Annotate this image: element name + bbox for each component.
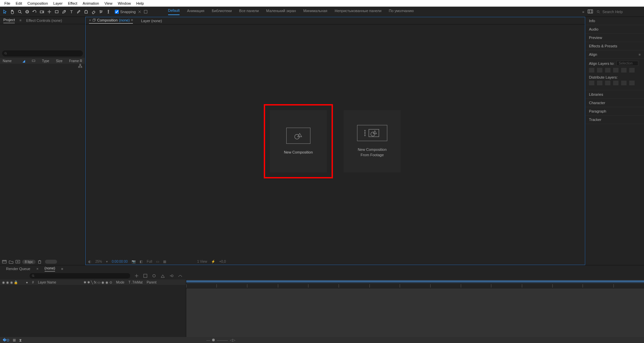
timeline-work-area[interactable] (186, 280, 644, 283)
align-hcenter-icon[interactable] (597, 68, 602, 73)
align-top-icon[interactable] (613, 68, 618, 73)
panel-paragraph[interactable]: Paragraph (586, 107, 644, 116)
timeline-search[interactable] (30, 273, 130, 278)
workspace-overflow-icon[interactable]: » (582, 10, 584, 14)
rotate-tool-icon[interactable] (31, 8, 38, 15)
menu-composition[interactable]: Composition (25, 1, 50, 6)
dist-right-icon[interactable] (605, 81, 610, 85)
align-panel-menu-icon[interactable]: ≡ (639, 53, 641, 56)
toggle-alpha-icon[interactable]: ◐ (88, 260, 91, 263)
col-frame[interactable]: Frame R (69, 59, 82, 63)
resolution-dropdown-icon[interactable]: ▾ (106, 260, 108, 263)
snapshot-icon[interactable]: 📷 (132, 260, 136, 263)
align-left-icon[interactable] (589, 68, 594, 73)
flowchart-icon[interactable] (78, 64, 82, 68)
timeline-tracks-area[interactable] (186, 289, 644, 337)
composition-panel-menu-icon[interactable]: ≡ (131, 18, 133, 22)
selection-tool-icon[interactable] (2, 8, 8, 15)
tab-timeline-none[interactable]: (none) (45, 266, 55, 271)
tab-project[interactable]: Project (3, 18, 15, 23)
fast-preview-icon[interactable]: ⚡ (211, 260, 215, 263)
project-items-area[interactable] (0, 69, 85, 258)
dist-bottom-icon[interactable] (629, 81, 635, 85)
col-label-icon[interactable] (32, 59, 35, 62)
pan-behind-tool-icon[interactable] (46, 8, 53, 15)
rectangle-tool-icon[interactable] (53, 8, 60, 15)
align-right-icon[interactable] (605, 68, 610, 73)
tl-col-layername[interactable]: Layer Name (38, 281, 56, 284)
dist-vcenter-icon[interactable] (621, 81, 627, 85)
tl-shy-icon[interactable] (152, 273, 156, 278)
interpret-footage-icon[interactable] (2, 260, 7, 264)
new-composition-card[interactable]: New Composition (270, 110, 327, 172)
project-slider[interactable] (45, 260, 57, 264)
tl-draft3d-icon[interactable] (143, 273, 148, 278)
workspace-all-panels[interactable]: Все панели (239, 9, 259, 15)
toggle-switches-icon[interactable]: �⊙ (3, 338, 9, 342)
menu-help[interactable]: Help (134, 1, 146, 6)
magnification[interactable]: 25% (95, 260, 102, 263)
hand-tool-icon[interactable] (9, 8, 16, 15)
tab-effect-controls[interactable]: Effect Controls (none) (26, 18, 62, 23)
col-tag-icon[interactable]: ◢ (22, 59, 25, 63)
col-type[interactable]: Type (42, 59, 49, 63)
workspace-default[interactable]: Default (168, 8, 180, 15)
new-folder-icon[interactable] (9, 260, 13, 264)
timecode[interactable]: 0:00:00:00 (112, 260, 128, 263)
menu-layer[interactable]: Layer (51, 1, 65, 6)
tab-layer[interactable]: Layer (none) (141, 19, 162, 23)
type-tool-icon[interactable] (68, 8, 75, 15)
align-bottom-icon[interactable] (629, 68, 635, 73)
align-vcenter-icon[interactable] (621, 68, 627, 73)
panel-audio[interactable]: Audio (586, 25, 644, 34)
brush-tool-icon[interactable] (76, 8, 82, 15)
grid-icon[interactable]: ▦ (163, 260, 166, 263)
clone-tool-icon[interactable] (83, 8, 90, 15)
tl-av-icons[interactable]: ◉ ◉ ◉ 🔒 (2, 281, 18, 284)
help-search[interactable] (596, 10, 643, 14)
toggle-in-out-icon[interactable]: ⧗ (19, 338, 22, 342)
workspace-libraries[interactable]: Библиотеки (212, 9, 232, 15)
help-search-input[interactable] (602, 10, 643, 14)
menu-file[interactable]: File (2, 1, 13, 6)
tl-graph-icon[interactable] (178, 273, 183, 278)
delete-icon[interactable] (38, 260, 42, 264)
panel-preview[interactable]: Preview (586, 34, 644, 42)
roi-icon[interactable]: ▭ (156, 260, 159, 263)
tl-motionblur-icon[interactable] (169, 273, 174, 278)
tl-col-parent[interactable]: Parent (147, 281, 156, 284)
dist-left-icon[interactable] (589, 81, 594, 85)
resolution[interactable]: Full (147, 260, 152, 263)
menu-animation[interactable]: Animation (80, 1, 101, 6)
tab-composition[interactable]: × Composition (none) ≡ (89, 18, 133, 24)
roto-tool-icon[interactable] (98, 8, 104, 15)
sync-icon[interactable] (588, 9, 593, 14)
workspace-undocked[interactable]: Непристыкованные панели (335, 9, 381, 15)
panel-tracker[interactable]: Tracker (586, 116, 644, 124)
zoom-slider-handle[interactable] (212, 339, 215, 341)
workspace-minimal[interactable]: Минимальная (303, 9, 328, 15)
new-composition-from-footage-card[interactable]: New CompositionFrom Footage (344, 110, 401, 172)
views[interactable]: 1 View (197, 260, 207, 263)
col-size[interactable]: Size (56, 59, 62, 63)
snapping-toggle[interactable]: Snapping (115, 9, 148, 14)
dist-top-icon[interactable] (613, 81, 618, 85)
tl-framemix-icon[interactable] (160, 273, 165, 278)
timeline-ruler[interactable] (186, 283, 644, 289)
panel-libraries[interactable]: Libraries (586, 90, 644, 99)
menu-view[interactable]: View (102, 1, 115, 6)
orbit-tool-icon[interactable] (24, 8, 31, 15)
timeline-panel-menu-icon[interactable]: ≡ (61, 267, 63, 271)
col-name[interactable]: Name (3, 59, 12, 63)
exposure[interactable]: +0,0 (219, 260, 226, 263)
tl-comp-flow-icon[interactable] (134, 273, 139, 278)
camera-tool-icon[interactable] (39, 8, 45, 15)
toggle-modes-icon[interactable]: ⊞ (13, 338, 16, 342)
timeline-layer-area[interactable] (0, 285, 186, 337)
tl-col-trkmat[interactable]: T .TrkMat (129, 281, 143, 284)
puppet-tool-icon[interactable] (105, 8, 112, 15)
zoom-tool-icon[interactable] (16, 8, 23, 15)
tab-render-queue[interactable]: Render Queue (6, 267, 30, 271)
workspace-small-screen[interactable]: Маленький экран (266, 9, 296, 15)
eraser-tool-icon[interactable] (90, 8, 97, 15)
